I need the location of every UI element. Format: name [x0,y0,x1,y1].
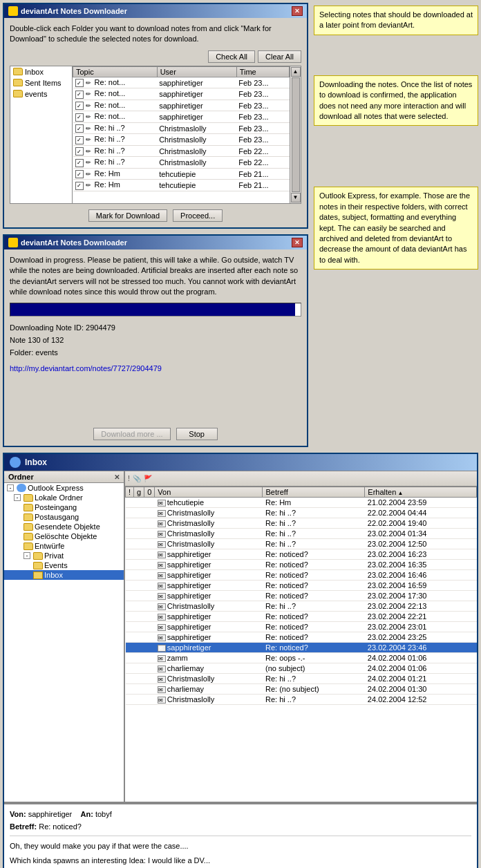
note-row[interactable]: ✏ Re: hi ..? Christmaslolly Feb 23... [73,134,290,146]
scroll-down-arrow[interactable]: ▼ [291,193,301,202]
msg-col-flag3[interactable]: 0 [144,487,155,498]
msg-sender-icon: ✉ [158,500,166,507]
msg-subject: Re: noticed? [263,549,365,560]
message-row[interactable]: ✉Christmaslolly Re: hi ..? 22.02.2004 04… [126,508,477,518]
tree-expand-lokale[interactable]: - [14,494,21,501]
msg-date: 23.02.2004 12:50 [365,539,477,549]
col-header-time[interactable]: Time [236,66,289,77]
tree-expand-outlook[interactable]: - [7,484,14,491]
tree-expand-privat[interactable]: - [23,552,30,559]
note-checkbox[interactable] [75,182,84,190]
note-row[interactable]: ✏ Re: not... sapphiretiger Feb 23... [73,100,290,111]
message-row[interactable]: ✉sapphiretiger Re: noticed? 23.02.2004 2… [126,632,477,643]
tree-outlook-express[interactable]: - Outlook Express [4,483,124,493]
note-checkbox[interactable] [75,170,84,178]
message-row[interactable]: ✉Christmaslolly Re: hi ..? 22.02.2004 19… [126,518,477,529]
preview-from: sapphiretiger [28,810,73,818]
tree-events[interactable]: Events [4,560,124,570]
tree-gesendete[interactable]: Gesendete Objekte [4,522,124,531]
mark-for-download-button[interactable]: Mark for Download [88,209,167,222]
message-row[interactable]: ✉sapphiretiger Re: noticed? 23.02.2004 1… [126,549,477,560]
msg-sender-icon: ✉ [158,676,166,683]
stop-button[interactable]: Stop [176,428,218,440]
note-row[interactable]: ✏ Re: Hm tehcutiepie Feb 21... [73,180,290,191]
message-row[interactable]: ✉Christmaslolly Re: hi ..? 24.02.2004 12… [126,695,477,705]
msg-col-flag1[interactable]: ! [126,487,134,498]
message-row[interactable]: ✉Christmaslolly Re: hi ..? 23.02.2004 22… [126,601,477,612]
panel2-tooltip: Downloading the notes. Once the list of … [314,75,478,126]
folder-pane-close[interactable]: ✕ [114,473,120,481]
download-more-button[interactable]: Download more ... [93,428,170,440]
message-row[interactable]: ✉Christmaslolly Re: hi ..? 24.02.2004 01… [126,674,477,684]
check-all-button[interactable]: Check All [208,50,255,63]
msg-col-betreff[interactable]: Betreff [263,487,365,498]
tree-posteingang[interactable]: Posteingang [4,502,124,512]
message-row[interactable]: ✉sapphiretiger Re: noticed? 23.02.2004 2… [126,622,477,632]
msg-sender-icon: ✉ [158,531,166,538]
note-checkbox[interactable] [75,136,84,144]
msg-date: 23.02.2004 23:25 [365,632,477,643]
note-checkbox[interactable] [75,147,84,155]
message-row[interactable]: ✉sapphiretiger Re: noticed? 23.02.2004 1… [126,560,477,570]
events-icon [33,562,43,569]
download-url: http://my.deviantart.com/notes/7727/2904… [10,364,301,372]
note-checkbox[interactable] [75,113,84,122]
msg-col-von[interactable]: Von [155,487,263,498]
message-row[interactable]: ✉sapphiretiger Re: noticed? 23.02.2004 2… [126,643,477,653]
tree-entwurfe[interactable]: Entwürfe [4,541,124,551]
msg-col-flag2[interactable]: g [134,487,144,498]
tree-geloschte[interactable]: Gelöschte Objekte [4,531,124,541]
msg-date: 23.02.2004 16:46 [365,570,477,581]
clear-all-button[interactable]: Clear All [258,50,301,63]
notes-scrollbar[interactable]: ▲ ▼ [290,66,301,203]
tree-lokale-ordner[interactable]: - Lokale Ordner [4,493,124,502]
folder-item-events[interactable]: events [10,88,72,100]
panel2-close-button[interactable]: ✕ [292,238,303,247]
message-row[interactable]: ✉Christmaslolly Re: hi ..? 23.02.2004 12… [126,539,477,549]
tree-privat[interactable]: - Privat [4,551,124,560]
message-row[interactable]: ✉sapphiretiger Re: noticed? 23.02.2004 1… [126,581,477,591]
note-checkbox[interactable] [75,102,84,110]
message-row[interactable]: ✉Christmaslolly Re: hi ..? 23.02.2004 01… [126,529,477,539]
note-row[interactable]: ✏ Re: hi ..? Christmaslolly Feb 22... [73,157,290,169]
col-header-user[interactable]: User [157,66,236,77]
msg-flag1 [126,695,134,705]
note-checkbox[interactable] [75,79,84,87]
note-row[interactable]: ✏ Re: Hm tehcutiepie Feb 21... [73,168,290,180]
scroll-thumb[interactable] [292,77,300,192]
note-checkbox[interactable] [75,91,84,99]
folder-list[interactable]: Inbox Sent Items events [10,66,73,203]
note-checkbox[interactable] [75,124,84,133]
note-checkbox[interactable] [75,159,84,167]
panel2-title: deviantArt Notes Downloader [21,238,127,247]
message-row[interactable]: ✉sapphiretiger Re: noticed? 23.02.2004 1… [126,570,477,581]
note-row[interactable]: ✏ Re: not... sapphiretiger Feb 23... [73,88,290,100]
panel1-close-button[interactable]: ✕ [292,6,303,16]
tree-label-entwurfe: Entwürfe [35,542,64,550]
message-row[interactable]: ✉charliemay (no subject) 24.02.2004 01:0… [126,663,477,674]
msg-col-erhalten[interactable]: Erhalten [365,487,477,498]
message-row[interactable]: ✉charliemay Re: (no subject) 24.02.2004 … [126,684,477,695]
note-row[interactable]: ✏ Re: hi ..? Christmaslolly Feb 23... [73,122,290,134]
col-header-topic[interactable]: Topic [73,66,158,77]
tree-label-lokale: Lokale Ordner [35,493,83,502]
note-row[interactable]: ✏ Re: not... sapphiretiger Feb 23... [73,111,290,123]
message-row[interactable]: ✉zamm Re: oops -.- 24.02.2004 01:06 [126,653,477,663]
folder-item-sent[interactable]: Sent Items [10,77,72,88]
msg-flag1 [126,581,134,591]
tree-inbox[interactable]: Inbox [4,570,124,580]
folder-item-inbox[interactable]: Inbox [10,66,72,77]
msg-date: 23.02.2004 16:23 [365,549,477,560]
msg-sender-icon: ✉ [158,541,166,548]
tree-postausgang[interactable]: Postausgang [4,512,124,522]
message-row[interactable]: ✉tehcutiepie Re: Hm 21.02.2004 23:59 [126,498,477,508]
note-row[interactable]: ✏ Re: hi ..? Christmaslolly Feb 22... [73,145,290,157]
msg-date: 24.02.2004 01:06 [365,653,477,663]
proceed-button[interactable]: Proceed... [173,209,223,222]
scroll-up-arrow[interactable]: ▲ [291,67,301,77]
message-row[interactable]: ✉sapphiretiger Re: noticed? 23.02.2004 2… [126,612,477,622]
note-topic: ✏ Re: hi ..? [73,122,158,134]
message-row[interactable]: ✉sapphiretiger Re: noticed? 23.02.2004 1… [126,591,477,601]
msg-subject: Re: noticed? [263,612,365,622]
note-row[interactable]: ✏ Re: not... sapphiretiger Feb 23... [73,77,290,88]
